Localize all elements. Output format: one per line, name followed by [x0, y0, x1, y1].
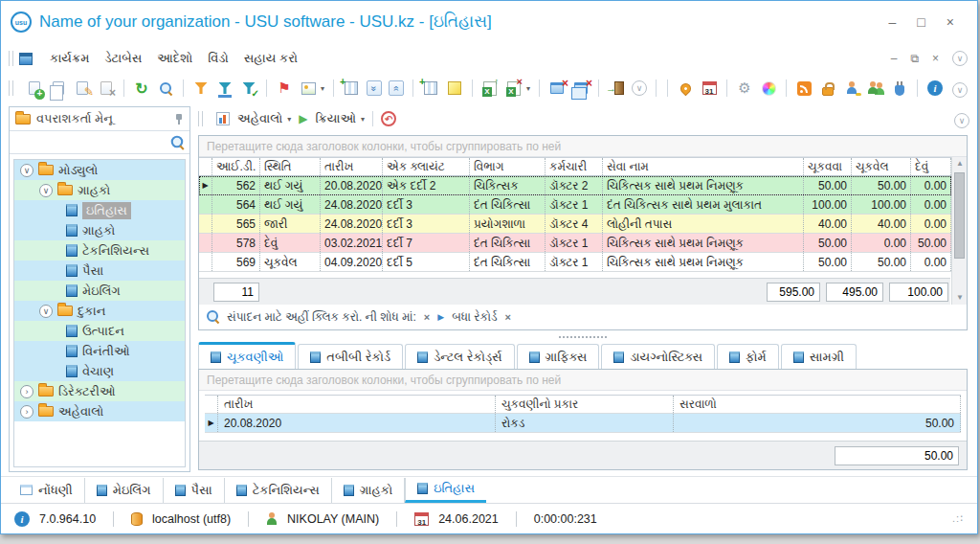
calendar-icon[interactable]: 31 [701, 79, 718, 97]
tree-item-money[interactable]: પૈસા [14, 261, 185, 281]
user-permissions-icon[interactable] [843, 79, 860, 97]
tree-item-production[interactable]: ઉત્પાદન [14, 321, 185, 341]
mdi-close-button[interactable]: × [932, 52, 939, 65]
add-column-icon[interactable] [422, 79, 439, 97]
mdi-tab-customers[interactable]: ગ્રાહકો [332, 478, 405, 503]
clear-filter-icon[interactable]: × [505, 311, 511, 323]
plugin-icon[interactable] [891, 79, 908, 97]
col-date[interactable]: તારીખ [218, 396, 496, 413]
expander-icon[interactable]: › [20, 405, 33, 419]
col-service[interactable]: સેવા નામ [603, 158, 804, 175]
resize-grip[interactable]: .:∶ [952, 512, 964, 525]
reports-dropdown-button[interactable]: અહેવાલો [237, 111, 282, 126]
col-employee[interactable]: કર્મચારી [546, 158, 603, 175]
tab-payments[interactable]: ચૂકવણીઓ [198, 342, 296, 369]
panel-overflow-icon[interactable]: ∨ [954, 113, 969, 128]
tree-item-reports[interactable]: ›અહેવાલો [14, 401, 185, 421]
group-by-panel[interactable]: Перетащите сюда заголовок колонки, чтобы… [199, 370, 967, 391]
toolbar-overflow-icon[interactable]: ∨ [952, 82, 968, 98]
menubar-overflow-icon[interactable]: ∨ [952, 51, 968, 66]
location-icon[interactable] [677, 79, 694, 97]
expander-icon[interactable]: ∨ [39, 184, 53, 197]
mdi-tab-money[interactable]: પૈસા [164, 478, 225, 503]
table-row[interactable]: 578 દેવું 03.02.2021 દર્દી 7 દંત ચિકિત્સ… [199, 234, 951, 253]
menu-commands[interactable]: આદેશો [149, 47, 200, 70]
expand-all-icon[interactable]: » [367, 80, 382, 96]
group-by-panel[interactable]: Перетащите сюда заголовок колонки, чтобы… [199, 136, 967, 157]
scroll-thumb[interactable] [954, 172, 965, 259]
col-department[interactable]: વિભાગ [470, 158, 546, 175]
menu-help[interactable]: સહાય કરો [236, 47, 305, 70]
delete-record-icon[interactable] [98, 79, 115, 97]
scroll-down-icon[interactable]: ▼ [952, 291, 968, 305]
col-date[interactable]: તારીખ [321, 158, 383, 175]
close-button[interactable]: × [947, 14, 954, 30]
splitter-handle[interactable] [198, 332, 968, 342]
calendar-icon[interactable]: 31 [414, 512, 429, 526]
mdi-tab-history[interactable]: ઇતિહાસ [405, 478, 486, 503]
maximize-button[interactable]: □ [917, 14, 924, 30]
about-info-icon[interactable]: i [926, 79, 944, 97]
edit-record-icon[interactable] [74, 79, 91, 97]
table-row[interactable]: 569 ચૂકવેલ 04.09.2020 દર્દી 5 દંત ચિકિત્… [199, 253, 951, 272]
all-records-filter[interactable]: બધા રેકોર્ડ [452, 310, 497, 324]
collapse-all-icon[interactable]: » [389, 80, 404, 96]
exit-icon[interactable] [608, 79, 625, 97]
expander-icon[interactable]: ∨ [39, 305, 53, 318]
mdi-minimize-button[interactable]: – [891, 52, 898, 65]
column-chooser-icon[interactable] [343, 79, 360, 97]
close-all-windows-icon[interactable] [572, 79, 590, 97]
table-row[interactable]: 565 જારી 24.08.2020 દર્દી 3 પ્રયોગશાળા ડ… [199, 215, 951, 234]
menu-program[interactable]: કાર્યક્રમ [42, 47, 97, 70]
col-id[interactable]: આઈ.ડી. [212, 158, 260, 175]
tab-medical-record[interactable]: તબીબી રેકોર્ડ [298, 344, 403, 369]
security-lock-icon[interactable] [819, 79, 836, 97]
tree-item-sales[interactable]: વેચાણ [14, 361, 185, 381]
detail-row[interactable]: ▶ 20.08.2020 રોકડ 50.00 [205, 414, 961, 433]
vertical-scrollbar[interactable]: ▲ ▼ [951, 157, 967, 305]
col-to-pay[interactable]: ચૂકવવા [804, 158, 852, 175]
tree-item-modules[interactable]: ∨મોડ્યુલો [14, 160, 185, 180]
col-debt[interactable]: દેવું [911, 158, 951, 175]
menu-database[interactable]: ડેટાબેસ [97, 47, 149, 70]
tree-item-customers[interactable]: ગ્રાહકો [14, 220, 185, 240]
expander-icon[interactable]: ∨ [20, 164, 33, 177]
col-payment-type[interactable]: ચુકવણીનો પ્રકાર [496, 396, 674, 413]
expander-icon[interactable]: › [20, 385, 33, 398]
export-excel-menu-icon[interactable] [505, 79, 523, 97]
scroll-up-icon[interactable]: ▲ [952, 157, 968, 170]
tree-item-shop[interactable]: ∨દુકાન [14, 301, 185, 321]
tree-item-technicians[interactable]: ટેકનિશિયન્સ [14, 240, 185, 261]
settings-gear-icon[interactable]: ⚙ [736, 79, 753, 97]
mdi-tab-mailing[interactable]: મેઇલિંગ [85, 478, 164, 503]
mdi-tab-registration[interactable]: નોંધણી [9, 478, 85, 503]
tree-item-mailing[interactable]: મેઇલિંગ [14, 281, 185, 301]
add-record-icon[interactable] [26, 79, 43, 97]
filter-checked-icon[interactable] [240, 79, 257, 97]
close-window-icon[interactable] [548, 79, 566, 97]
table-row[interactable]: 564 થઈ ગયું 24.08.2020 દર્દી 3 દંત ચિકિત… [199, 195, 951, 215]
filter-bar[interactable]: સંપાદન માટે અહીં ક્લિક કરો. ની શોધ માં: … [199, 305, 967, 329]
search-icon[interactable] [171, 136, 185, 149]
note-icon[interactable] [446, 79, 463, 97]
users-group-icon[interactable] [867, 79, 884, 97]
tree-item-history[interactable]: ઇતિહાસ [14, 200, 185, 220]
mdi-tab-technicians[interactable]: ટેકનિશિયન્સ [225, 478, 332, 503]
undo-icon[interactable]: ↶ [381, 111, 396, 126]
flag-icon[interactable]: ⚑ [276, 79, 293, 97]
col-paid[interactable]: ચૂકવેલ [852, 158, 911, 175]
col-amount[interactable]: સરવાળો [674, 396, 961, 413]
pin-icon[interactable] [174, 113, 184, 125]
refresh-icon[interactable]: ↻ [133, 79, 150, 97]
filter-edit-hint[interactable]: સંપાદન માટે અહીં ક્લિક કરો. ની શોધ માં: [227, 310, 416, 324]
filter-icon[interactable] [192, 79, 210, 97]
tab-dental-records[interactable]: ડેન્ટલ રેકોર્ડ્સ [405, 344, 514, 369]
tree-item-requests[interactable]: વિનંતીઓ [14, 341, 185, 361]
mdi-child-icon[interactable] [19, 53, 33, 65]
tab-materials[interactable]: સામગ્રી [781, 344, 857, 369]
tree-item-customers-group[interactable]: ∨ગ્રાહકો [14, 180, 185, 200]
tab-diagnostics[interactable]: ડાયગ્નોસ્ટિક્સ [601, 344, 715, 369]
filter-base-icon[interactable] [216, 79, 234, 97]
copy-record-icon[interactable] [50, 79, 67, 97]
mdi-restore-button[interactable]: ⧉ [910, 52, 919, 65]
